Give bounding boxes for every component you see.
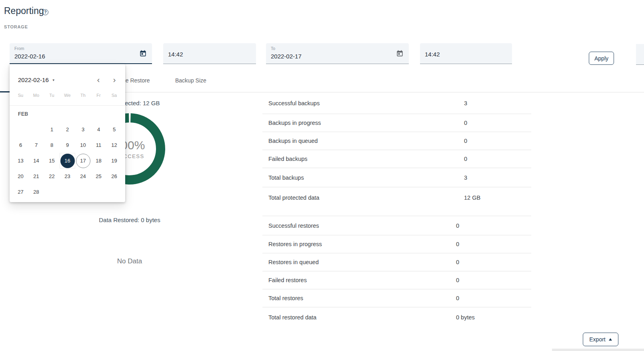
- calendar-day-number: 26: [107, 169, 122, 184]
- row-value: 0 bytes: [456, 314, 475, 321]
- weekday-label: Tu: [44, 93, 60, 98]
- calendar-day[interactable]: 21: [28, 168, 44, 184]
- calendar-day-number: 23: [60, 169, 75, 184]
- calendar-day[interactable]: 22: [44, 168, 60, 184]
- calendar-day-number: 9: [60, 138, 75, 152]
- from-date-field[interactable]: From 2022-02-16: [10, 43, 152, 64]
- tab-backup-size[interactable]: Backup Size: [175, 77, 206, 84]
- calendar-divider: [10, 105, 125, 106]
- row-label: Backups in queued: [268, 138, 318, 144]
- horizontal-scrollbar[interactable]: [552, 349, 644, 351]
- row-label: Failed backups: [268, 156, 308, 162]
- row-value: 3: [464, 100, 467, 106]
- calendar-empty-cell: [60, 184, 75, 200]
- row-value: 0: [464, 156, 467, 162]
- table-row: Total restores 0: [262, 289, 531, 307]
- row-value: 12 GB: [464, 195, 480, 201]
- calendar-day[interactable]: 4: [91, 122, 106, 137]
- calendar-day[interactable]: 14: [28, 153, 44, 168]
- export-button[interactable]: Export: [583, 333, 618, 346]
- calendar-day[interactable]: 20: [13, 168, 28, 184]
- calendar-day[interactable]: 28: [28, 184, 44, 200]
- calendar-icon[interactable]: [139, 50, 147, 57]
- from-time-field[interactable]: 14:42: [163, 43, 256, 64]
- from-field-value: 2022-02-16: [14, 53, 45, 60]
- calendar-day[interactable]: 8: [44, 137, 60, 153]
- calendar-day[interactable]: 23: [60, 168, 75, 184]
- to-date-field[interactable]: To 2022-02-17: [266, 43, 409, 64]
- help-icon-glyph: ?: [44, 10, 46, 14]
- row-label: Total restored data: [268, 314, 316, 321]
- calendar-empty-cell: [91, 184, 106, 200]
- table-row: Backups in progress 0: [262, 114, 531, 132]
- row-label: Successful restores: [268, 223, 319, 229]
- help-icon[interactable]: ?: [42, 9, 48, 15]
- weekday-label: Mo: [28, 93, 44, 98]
- calendar-day[interactable]: 25: [91, 168, 106, 184]
- row-label: Restores in queued: [268, 259, 319, 265]
- calendar-day[interactable]: 15: [44, 153, 60, 168]
- table-row: Total restored data 0 bytes: [262, 307, 531, 327]
- to-time-field[interactable]: 14:42: [420, 43, 512, 64]
- calendar-day-number: 7: [29, 138, 44, 152]
- next-month-button[interactable]: ›: [109, 74, 120, 85]
- row-label: Total backups: [268, 174, 304, 181]
- calendar-day[interactable]: 16: [60, 153, 75, 168]
- calendar-header-date: 2022-02-16: [18, 76, 49, 83]
- row-label: Total protected data: [268, 195, 319, 201]
- row-value: 0: [464, 138, 467, 144]
- calendar-weekday-row: Su Mo Tu We Th Fr Sa: [13, 93, 122, 98]
- calendar-day[interactable]: 9: [60, 137, 75, 153]
- table-row: Failed restores 0: [262, 271, 531, 289]
- to-time-value: 14:42: [425, 51, 440, 58]
- weekday-label: Su: [13, 93, 28, 98]
- calendar-day[interactable]: 19: [106, 153, 122, 168]
- calendar-day-number: 24: [76, 169, 90, 184]
- calendar-day[interactable]: 7: [28, 137, 44, 153]
- calendar-day[interactable]: 12: [106, 137, 122, 153]
- to-field-label: To: [271, 46, 275, 51]
- calendar-day-number: 3: [76, 122, 90, 137]
- calendar-day-number: 13: [14, 154, 28, 168]
- weekday-label: Sa: [106, 93, 122, 98]
- row-label: Total restores: [268, 295, 303, 301]
- calendar-day-number: 27: [14, 185, 28, 199]
- calendar-day[interactable]: 18: [91, 153, 106, 168]
- calendar-day[interactable]: 5: [106, 122, 122, 137]
- calendar-day[interactable]: 13: [13, 153, 28, 168]
- table-row: Restores in progress 0: [262, 235, 531, 253]
- calendar-day-number: 12: [107, 138, 122, 152]
- calendar-year-month-dropdown[interactable]: 2022-02-16▼: [18, 76, 55, 83]
- previous-month-button[interactable]: ‹: [93, 74, 104, 85]
- row-value: 0: [456, 223, 459, 229]
- calendar-grid: 1234567891011121314151617181920212223242…: [13, 122, 122, 200]
- row-value: 0: [456, 277, 459, 283]
- calendar-day[interactable]: 3: [75, 122, 91, 137]
- calendar-day[interactable]: 10: [75, 137, 91, 153]
- calendar-day[interactable]: 1: [44, 122, 60, 137]
- apply-button[interactable]: Apply: [589, 52, 614, 65]
- to-field-value: 2022-02-17: [271, 53, 302, 60]
- calendar-day[interactable]: 6: [13, 137, 28, 153]
- table-row: Successful restores 0: [262, 216, 531, 235]
- data-restored-label: Data Restored: 0 bytes: [50, 217, 210, 223]
- calendar-empty-cell: [106, 184, 122, 200]
- calendar-day-number: 2: [60, 122, 75, 137]
- section-label: STORAGE: [4, 24, 28, 29]
- calendar-day-number: 8: [45, 138, 59, 152]
- calendar-icon[interactable]: [396, 50, 404, 57]
- calendar-day[interactable]: 17: [75, 153, 91, 168]
- weekday-label: Fr: [91, 93, 106, 98]
- calendar-day[interactable]: 11: [91, 137, 106, 153]
- no-data-label: No Data: [50, 257, 210, 265]
- calendar-day[interactable]: 24: [75, 168, 91, 184]
- weekday-label: Th: [75, 93, 91, 98]
- row-label: Failed restores: [268, 277, 307, 283]
- calendar-day[interactable]: 27: [13, 184, 28, 200]
- calendar-day-number: 25: [92, 169, 106, 184]
- calendar-day[interactable]: 26: [106, 168, 122, 184]
- active-tab-indicator: [0, 91, 10, 92]
- calendar-day-number: 6: [14, 138, 28, 152]
- tab-storage-restore-partial[interactable]: ge Restore: [122, 77, 150, 84]
- calendar-day[interactable]: 2: [60, 122, 75, 137]
